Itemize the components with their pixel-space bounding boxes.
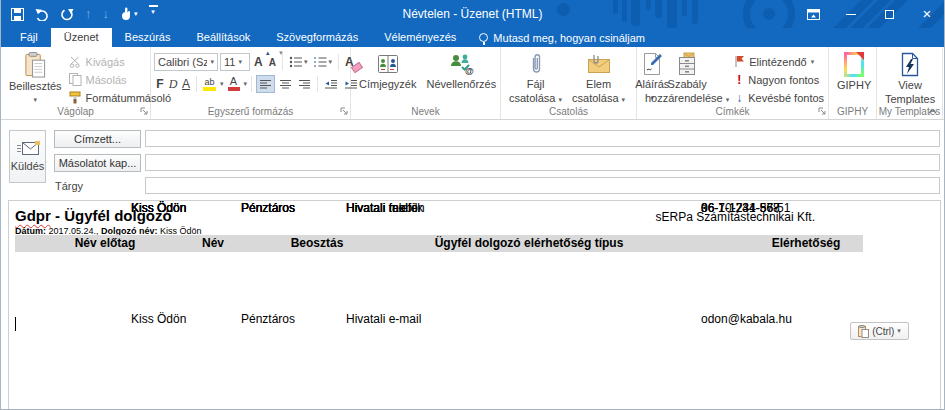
tab-beallitasok[interactable]: Beállítások <box>183 28 263 47</box>
close-button[interactable]: × <box>920 6 934 22</box>
view-templates-button[interactable]: View Templates <box>880 50 940 106</box>
table-row: Kiss Ödön Pénztáros Hivatali telefon 06-… <box>9 201 940 215</box>
view-templates-icon <box>900 52 920 77</box>
font-name-combo[interactable]: Calibri (Sz ▾ <box>154 53 218 71</box>
group-label-cimkek: Címkék <box>637 106 828 119</box>
paste-options-icon <box>858 325 869 338</box>
decrease-indent-button[interactable] <box>322 75 340 93</box>
align-center-button[interactable] <box>277 75 294 93</box>
assign-policy-button[interactable]: Szabály hozzárendelése ▾ <box>640 50 734 106</box>
align-right-button[interactable] <box>296 75 313 93</box>
giphy-button[interactable]: GIPHY <box>832 50 876 106</box>
decrease-indent-icon <box>324 79 338 90</box>
font-color-bar <box>228 87 240 91</box>
cc-field[interactable] <box>145 154 940 171</box>
to-field[interactable] <box>145 130 940 147</box>
cell-name: Kiss Ödön <box>131 312 186 326</box>
redo-button[interactable] <box>60 5 74 23</box>
shrink-font-button[interactable]: A▼ <box>267 53 278 71</box>
group-label-nevek: Nevek <box>351 106 500 119</box>
send-button[interactable]: Küldés <box>9 130 46 183</box>
collapse-ribbon-button[interactable] <box>928 104 937 116</box>
low-importance-button[interactable]: ↓ Kevésbé fontos <box>734 89 824 106</box>
highlight-caret-icon[interactable]: ▾ <box>220 80 224 88</box>
group-nevek: Címjegyzék @ Névellenőrzés Nevek <box>351 47 501 119</box>
message-body[interactable]: Gdpr - Ügyfél dolgozó sERPa Számítástech… <box>8 200 941 409</box>
move-up-button[interactable]: ↑ <box>85 5 92 23</box>
subject-label: Tárgy <box>55 180 83 192</box>
window-controls: × <box>806 0 934 28</box>
copy-icon <box>69 73 82 86</box>
cell-position: Pénztáros <box>241 312 295 326</box>
tab-szovegformazas[interactable]: Szövegformázás <box>263 28 371 47</box>
ribbon-display-options-button[interactable] <box>806 6 820 22</box>
font-dialog-launcher[interactable] <box>340 105 348 117</box>
group-egyszeru-formazas: Calibri (Sz ▾ 11 ▾ A▲ A▼ ▾ <box>151 47 351 119</box>
undo-button[interactable] <box>35 5 49 23</box>
header-cell-elerhetoseg-tipus: Ügyfél dolgozó elérhetőség típus <box>435 235 624 252</box>
giphy-icon <box>844 52 864 77</box>
subject-field[interactable] <box>145 177 940 194</box>
bold-button[interactable]: F <box>154 75 166 93</box>
cc-button[interactable]: Másolatot kap... <box>54 154 141 172</box>
paste-options-button[interactable]: (Ctrl) ▾ <box>850 322 909 340</box>
tell-me-button[interactable]: Mutasd meg, hogyan csináljam <box>469 28 655 47</box>
address-book-button[interactable]: Címjegyzék <box>354 50 421 106</box>
align-left-icon <box>259 79 272 90</box>
bullets-button[interactable]: ▾ <box>287 53 310 71</box>
font-name-caret-icon: ▾ <box>210 58 214 66</box>
quick-access-toolbar: ↑ ↓ ▾ ▾ <box>11 0 158 28</box>
minimize-button[interactable] <box>844 6 858 22</box>
header-cell-beosztas: Beosztás <box>291 235 344 252</box>
high-importance-icon: ! <box>734 73 744 87</box>
paste-button[interactable]: Beillesztés ▾ <box>4 50 67 106</box>
follow-up-button[interactable]: Elintézendő ▾ <box>734 53 824 70</box>
underline-button[interactable]: A <box>180 75 192 93</box>
move-down-button[interactable]: ↓ <box>103 5 110 23</box>
table-header: Név előtag Név Beosztás Ügyfél dolgozó e… <box>15 235 863 252</box>
format-painter-icon <box>69 91 82 104</box>
paste-options-caret-icon: ▾ <box>897 327 901 335</box>
touch-mode-caret-icon: ▾ <box>134 10 138 18</box>
grow-font-button[interactable]: A▲ <box>252 53 265 71</box>
tags-dialog-launcher[interactable] <box>818 105 826 117</box>
high-importance-button[interactable]: ! Nagyon fontos <box>734 71 824 88</box>
group-vagolap: Beillesztés ▾ Kivágás Másolás Formátummá… <box>1 47 151 119</box>
cell-type: Hivatali telefon <box>346 201 425 215</box>
cell-name: Kiss Ödön <box>131 201 186 215</box>
numbering-icon <box>313 56 327 68</box>
to-button[interactable]: Címzett... <box>54 130 141 148</box>
cell-value: odon@kabala.hu <box>701 312 792 326</box>
save-button[interactable] <box>11 5 24 23</box>
font-color-caret-icon[interactable]: ▾ <box>244 80 248 88</box>
group-label-giphy: GIPHY <box>829 106 876 119</box>
clipboard-dialog-launcher[interactable] <box>140 105 148 117</box>
message-header-area: Küldés Címzett... Másolatot kap... Tárgy <box>1 120 944 200</box>
ribbon-tab-bar: Fájl Üzenet Beszúrás Beállítások Szövegf… <box>1 28 944 47</box>
customize-qat-button[interactable]: ▾ <box>149 5 158 23</box>
customize-qat-icon <box>149 5 158 7</box>
tab-beszuras[interactable]: Beszúrás <box>112 28 184 47</box>
attach-item-icon <box>585 52 613 76</box>
header-cell-nev-elotag: Név előtag <box>75 235 136 252</box>
italic-button[interactable]: D <box>168 75 178 93</box>
check-names-icon: @ <box>448 52 474 76</box>
tab-fajl[interactable]: Fájl <box>7 28 51 47</box>
attach-file-button[interactable]: Fájl csatolása ▾ <box>504 50 567 106</box>
align-left-button[interactable] <box>256 75 275 93</box>
attach-item-button[interactable]: Elem csatolása ▾ <box>567 50 630 106</box>
outlook-message-window: ↑ ↓ ▾ ▾ Névtelen - Üzenet (HTML) × Fájl … <box>0 0 945 410</box>
check-names-button[interactable]: @ Névellenőrzés <box>421 50 501 106</box>
tab-uzenet[interactable]: Üzenet <box>51 28 112 47</box>
numbering-button[interactable]: ▾ <box>311 53 334 71</box>
font-size-combo[interactable]: 11 ▾ <box>220 53 250 71</box>
tab-velemenyezes[interactable]: Véleményezés <box>371 28 469 47</box>
highlight-button[interactable]: ab <box>201 75 218 93</box>
maximize-button[interactable] <box>882 6 896 22</box>
address-book-icon <box>376 52 400 76</box>
group-label-egyszeru-formazas: Egyszerű formázás <box>151 106 350 119</box>
touch-mouse-mode-button[interactable]: ▾ <box>120 5 138 23</box>
cell-type: Hivatali e-mail <box>346 312 421 326</box>
font-color-button[interactable]: A <box>226 75 242 93</box>
bullets-icon <box>289 56 303 68</box>
